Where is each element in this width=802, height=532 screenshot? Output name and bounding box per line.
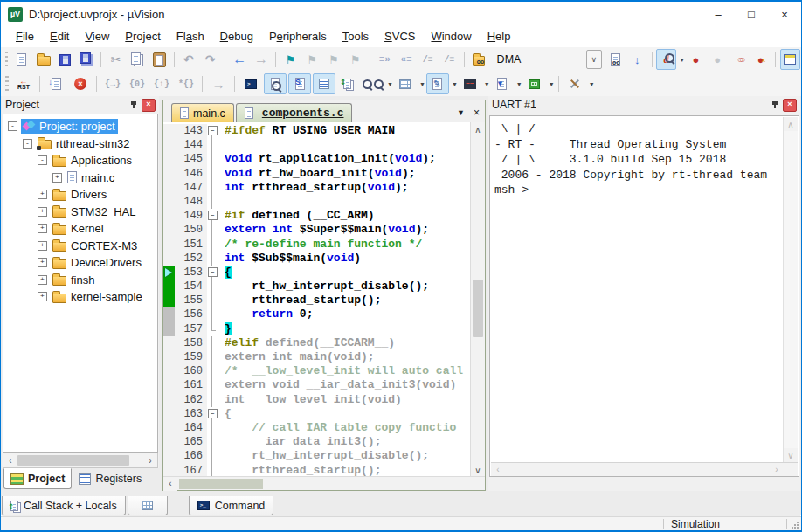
expander-icon[interactable]: +	[38, 190, 47, 199]
tab-project[interactable]: Project	[3, 468, 72, 489]
scroll-left-icon[interactable]: ‹	[3, 453, 17, 467]
bookmark-prev-button[interactable]: ⚑	[302, 49, 322, 70]
target-select[interactable]: DMA	[490, 51, 586, 68]
scrollbar-thumb[interactable]	[473, 280, 483, 337]
tools-dropdown-icon[interactable]: ▼	[589, 81, 595, 87]
code-line-152[interactable]: 152int $Sub$$main(void)	[163, 252, 485, 266]
fold-margin[interactable]	[207, 209, 218, 223]
redo-button[interactable]: ↷	[200, 49, 220, 70]
menu-tools[interactable]: Tools	[335, 26, 377, 47]
paste-button[interactable]	[149, 49, 169, 70]
maximize-button[interactable]: □	[735, 2, 768, 26]
expander-icon[interactable]: +	[38, 241, 47, 251]
minimize-button[interactable]: –	[702, 2, 735, 26]
tab-registers[interactable]: Registers	[72, 468, 149, 489]
expander-icon[interactable]: +	[38, 207, 47, 217]
nav-forward-button[interactable]: →	[252, 49, 272, 70]
bp-disable-button[interactable]: ●	[708, 49, 728, 70]
code-line-143[interactable]: 143#ifdef RT_USING_USER_MAIN	[163, 124, 485, 138]
cut-button[interactable]: ✂	[106, 49, 126, 70]
expander-icon[interactable]: -	[23, 139, 32, 149]
system-viewer-button[interactable]: ▼	[491, 73, 514, 94]
menu-window[interactable]: Window	[423, 26, 479, 47]
project-horizontal-scrollbar[interactable]: ‹ ›	[3, 453, 158, 468]
scroll-right-icon[interactable]: ›	[143, 453, 157, 467]
show-next-button[interactable]: ↓	[45, 73, 67, 94]
code-line-165[interactable]: 165 __iar_data_init3();	[163, 435, 485, 449]
bookmark-clear-button[interactable]: ⚑	[345, 49, 365, 70]
uart-console[interactable]: \ | /- RT - Thread Operating System / | …	[489, 115, 799, 477]
code-line-163[interactable]: 163{	[163, 407, 485, 421]
code-line-164[interactable]: 164 // call IAR table copy functio	[163, 421, 485, 435]
disassembly-button[interactable]	[264, 73, 287, 94]
pin-icon[interactable]	[129, 100, 138, 109]
fold-margin[interactable]	[207, 124, 218, 138]
expander-icon[interactable]: +	[38, 258, 47, 267]
editor-tab-components-c[interactable]: components.c	[236, 103, 353, 122]
tree-item-drivers[interactable]: +Drivers	[3, 186, 157, 204]
stop-debug-button[interactable]: ×	[69, 73, 92, 94]
expander-icon[interactable]: +	[38, 275, 47, 285]
unindent-button[interactable]: «≡	[397, 49, 417, 70]
code-line-159[interactable]: 159extern int main(void);	[163, 350, 485, 364]
target-select-dropdown[interactable]: ∨	[586, 50, 602, 69]
toolbox-dropdown-icon[interactable]: ▼	[549, 81, 555, 87]
registers-button[interactable]	[313, 73, 335, 94]
memory-dropdown-icon[interactable]: ▼	[419, 81, 425, 87]
debug-session-dropdown-icon[interactable]: ▼	[679, 57, 685, 63]
pin-icon[interactable]	[771, 100, 779, 109]
tree-item-devicedrivers[interactable]: +DeviceDrivers	[3, 254, 157, 272]
menu-view[interactable]: View	[77, 26, 117, 47]
code-line-146[interactable]: 146void rt_hw_board_init(void);	[163, 167, 485, 181]
run-button[interactable]: →	[207, 73, 230, 94]
fold-margin[interactable]	[207, 266, 218, 280]
bp-kill-all-button[interactable]: ●x	[750, 49, 771, 70]
code-line-167[interactable]: 167 rtthread_startup();	[163, 464, 485, 478]
save-all-button[interactable]	[77, 49, 97, 70]
code-line-144[interactable]: 144	[163, 138, 485, 152]
code-line-148[interactable]: 148	[163, 195, 485, 209]
scroll-left-icon[interactable]: ‹	[163, 477, 177, 491]
expander-icon[interactable]: +	[38, 292, 47, 301]
editor-horizontal-scrollbar[interactable]: ‹	[163, 476, 485, 490]
editor-text-area[interactable]: 143#ifdef RT_USING_USER_MAIN144145void r…	[163, 122, 485, 477]
comment-button[interactable]: /≡	[418, 49, 439, 70]
code-line-145[interactable]: 145void rt_application_init(void);	[163, 152, 485, 166]
scroll-up-icon[interactable]: ∧	[471, 122, 485, 136]
scroll-down-icon[interactable]: ∨	[784, 448, 798, 462]
expander-icon[interactable]: -	[8, 121, 17, 131]
code-line-160[interactable]: 160/* __low_level_init will auto call	[163, 364, 485, 378]
close-icon[interactable]: ×	[783, 99, 797, 112]
fold-margin[interactable]	[207, 407, 218, 421]
serial-dropdown-icon[interactable]: ▼	[452, 81, 458, 87]
system-viewer-dropdown-icon[interactable]: ▼	[516, 81, 522, 87]
menu-edit[interactable]: Edit	[42, 26, 77, 47]
memory-window-button[interactable]	[128, 496, 168, 515]
tree-item-main-c[interactable]: +main.c	[3, 169, 157, 187]
toolbox-button[interactable]	[523, 73, 546, 94]
analyzer-dropdown-icon[interactable]: ▼	[484, 81, 490, 87]
code-line-158[interactable]: 158#elif defined(__ICCARM__)	[163, 336, 485, 350]
code-line-153[interactable]: 153{	[163, 266, 485, 280]
uart-horizontal-scrollbar[interactable]: ‹ ›	[491, 462, 798, 476]
menu-file[interactable]: File	[8, 26, 42, 47]
editor-tab-main-c[interactable]: main.c	[171, 103, 234, 122]
menu-flash[interactable]: Flash	[169, 26, 212, 47]
toolbar-grip[interactable]	[5, 76, 9, 92]
resize-grip[interactable]	[787, 517, 801, 530]
expander-icon[interactable]: +	[38, 224, 47, 233]
close-button[interactable]: ×	[768, 2, 801, 26]
bookmark-button[interactable]: ⚑	[280, 49, 301, 70]
code-line-156[interactable]: 156 return 0;	[163, 307, 485, 321]
toolbar-grip[interactable]	[5, 52, 8, 67]
command-tab[interactable]: >_ Command	[189, 496, 274, 515]
menu-svcs[interactable]: SVCS	[377, 26, 423, 47]
document-list-icon[interactable]: ▼	[457, 108, 465, 117]
expander-icon[interactable]: -	[38, 155, 47, 165]
find-next-button[interactable]: ↓	[627, 49, 647, 70]
code-line-150[interactable]: 150extern int $Super$$main(void);	[163, 223, 485, 237]
tree-item-cortex-m3[interactable]: +CORTEX-M3	[3, 238, 157, 255]
tree-item-project-project[interactable]: -Project: project	[3, 118, 157, 135]
tree-item-stm32-hal[interactable]: +STM32_HAL	[3, 204, 157, 221]
code-line-149[interactable]: 149#if defined (__CC_ARM)	[163, 209, 485, 223]
